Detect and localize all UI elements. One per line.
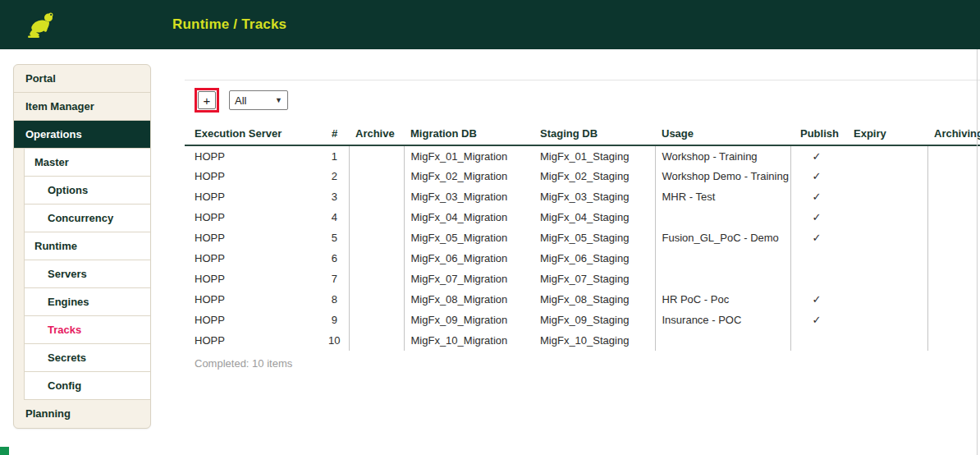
- sidebar-item-operations[interactable]: Operations: [14, 121, 150, 149]
- cell-number: 9: [320, 310, 349, 330]
- sidebar-item-options[interactable]: Options: [24, 177, 150, 205]
- column-header-usage: Usage: [655, 122, 790, 145]
- table-row[interactable]: HOPP8MigFx_08_MigrationMigFx_08_StagingH…: [185, 289, 980, 310]
- cell-number: 4: [320, 207, 349, 228]
- table-row[interactable]: HOPP3MigFx_03_MigrationMigFx_03_StagingM…: [185, 186, 980, 207]
- cell-expiry: [847, 310, 927, 330]
- cell-usage: Workshop Demo - Training: [655, 166, 790, 186]
- cell-archiving: [927, 310, 980, 330]
- cell-archive: [349, 145, 404, 166]
- sidebar-item-servers[interactable]: Servers: [24, 260, 150, 288]
- sidebar-item-item-manager[interactable]: Item Manager: [14, 93, 150, 121]
- cell-usage: [655, 248, 790, 269]
- cell-number: 5: [320, 228, 349, 248]
- cell-publish: [790, 269, 847, 289]
- table-row[interactable]: HOPP5MigFx_05_MigrationMigFx_05_StagingF…: [185, 228, 980, 248]
- sidebar-item-concurrency[interactable]: Concurrency: [24, 205, 150, 232]
- panel-right-edge: [977, 49, 978, 455]
- cell-publish: ✓: [790, 186, 847, 207]
- cell-archiving: [927, 269, 980, 289]
- sidebar-item-secrets[interactable]: Secrets: [24, 344, 150, 372]
- cell-usage: HR PoC - Poc: [655, 289, 790, 310]
- cell-staging-db: MigFx_05_Staging: [534, 228, 655, 248]
- table-row[interactable]: HOPP10MigFx_10_MigrationMigFx_10_Staging: [185, 330, 980, 351]
- cell-execution-server: HOPP: [185, 310, 320, 330]
- toolbar: + All ▼: [185, 80, 980, 114]
- cell-staging-db: MigFx_08_Staging: [534, 289, 655, 310]
- cell-usage: Insurance - POC: [655, 310, 790, 330]
- tracks-table: Execution Server#ArchiveMigration DBStag…: [185, 122, 980, 351]
- cell-number: 1: [320, 145, 349, 166]
- cell-expiry: [847, 166, 927, 186]
- column-header-execution-server: Execution Server: [185, 122, 320, 145]
- table-row[interactable]: HOPP2MigFx_02_MigrationMigFx_02_StagingW…: [185, 166, 980, 186]
- column-header-number: #: [320, 122, 349, 145]
- cell-staging-db: MigFx_07_Staging: [534, 269, 655, 289]
- cell-archiving: [927, 166, 980, 186]
- cell-publish: ✓: [790, 310, 847, 330]
- cell-archiving: [927, 207, 980, 228]
- sidebar-item-config[interactable]: Config: [24, 372, 150, 400]
- cell-archiving: [927, 228, 980, 248]
- add-button-highlight-box: +: [195, 88, 219, 113]
- table-row[interactable]: HOPP7MigFx_07_MigrationMigFx_07_Staging: [185, 269, 980, 289]
- cell-publish: ✓: [790, 166, 847, 186]
- cell-execution-server: HOPP: [185, 330, 320, 351]
- cell-archiving: [927, 186, 980, 207]
- sidebar-item-planning[interactable]: Planning: [14, 400, 150, 428]
- cell-archiving: [927, 330, 980, 351]
- cell-staging-db: MigFx_02_Staging: [534, 166, 655, 186]
- app-header: Runtime / Tracks: [0, 0, 980, 49]
- page-title: Runtime / Tracks: [172, 16, 286, 33]
- table-row[interactable]: HOPP1MigFx_01_MigrationMigFx_01_StagingW…: [185, 145, 980, 166]
- cell-publish: [790, 248, 847, 269]
- cell-usage: [655, 330, 790, 351]
- add-track-button[interactable]: +: [198, 91, 216, 109]
- filter-dropdown[interactable]: All ▼: [229, 90, 288, 110]
- cell-migration-db: MigFx_05_Migration: [404, 228, 534, 248]
- table-row[interactable]: HOPP9MigFx_09_MigrationMigFx_09_StagingI…: [185, 310, 980, 330]
- sidebar-item-runtime[interactable]: Runtime: [24, 232, 150, 260]
- frog-logo-icon: [25, 7, 57, 42]
- cell-number: 3: [320, 186, 349, 207]
- cell-expiry: [847, 330, 927, 351]
- corner-accent: [0, 447, 9, 455]
- table-row[interactable]: HOPP4MigFx_04_MigrationMigFx_04_Staging✓: [185, 207, 980, 228]
- cell-archive: [349, 269, 404, 289]
- sidebar-item-master[interactable]: Master: [24, 149, 150, 177]
- column-header-archive: Archive: [349, 122, 404, 145]
- sidebar-item-portal[interactable]: Portal: [14, 65, 150, 93]
- cell-expiry: [847, 248, 927, 269]
- cell-archive: [349, 207, 404, 228]
- cell-migration-db: MigFx_02_Migration: [404, 166, 534, 186]
- cell-archive: [349, 310, 404, 330]
- cell-publish: ✓: [790, 145, 847, 166]
- status-text: Completed: 10 items: [195, 357, 980, 370]
- sidebar-item-engines[interactable]: Engines: [24, 288, 150, 316]
- cell-number: 2: [320, 166, 349, 186]
- cell-archive: [349, 228, 404, 248]
- cell-migration-db: MigFx_04_Migration: [404, 207, 534, 228]
- table-row[interactable]: HOPP6MigFx_06_MigrationMigFx_06_Staging: [185, 248, 980, 269]
- cell-number: 10: [320, 330, 349, 351]
- cell-archive: [349, 330, 404, 351]
- cell-expiry: [847, 186, 927, 207]
- cell-execution-server: HOPP: [185, 186, 320, 207]
- cell-migration-db: MigFx_03_Migration: [404, 186, 534, 207]
- cell-publish: ✓: [790, 289, 847, 310]
- cell-staging-db: MigFx_09_Staging: [534, 310, 655, 330]
- cell-migration-db: MigFx_09_Migration: [404, 310, 534, 330]
- cell-execution-server: HOPP: [185, 145, 320, 166]
- cell-archive: [349, 248, 404, 269]
- cell-usage: [655, 269, 790, 289]
- table-header-row: Execution Server#ArchiveMigration DBStag…: [185, 122, 980, 145]
- cell-usage: Fusion_GL_PoC - Demo: [655, 228, 790, 248]
- cell-migration-db: MigFx_08_Migration: [404, 289, 534, 310]
- sidebar-item-tracks[interactable]: Tracks: [24, 316, 150, 344]
- cell-staging-db: MigFx_01_Staging: [534, 145, 655, 166]
- cell-staging-db: MigFx_03_Staging: [534, 186, 655, 207]
- cell-number: 6: [320, 248, 349, 269]
- cell-archive: [349, 186, 404, 207]
- cell-staging-db: MigFx_04_Staging: [534, 207, 655, 228]
- cell-archiving: [927, 248, 980, 269]
